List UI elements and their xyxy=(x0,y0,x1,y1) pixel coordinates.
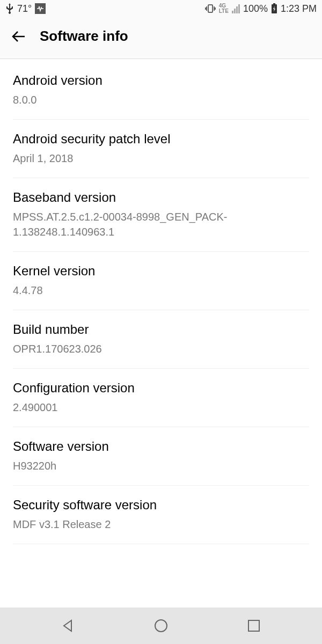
item-label: Baseband version xyxy=(13,190,309,205)
settings-list: Android version 8.0.0 Android security p… xyxy=(0,59,322,608)
item-label: Android version xyxy=(13,73,309,88)
svg-rect-9 xyxy=(248,620,259,631)
nav-back-button[interactable] xyxy=(57,615,79,636)
item-value: 8.0.0 xyxy=(13,92,309,107)
nav-recent-button[interactable] xyxy=(243,615,265,636)
battery-charging-icon xyxy=(271,3,277,14)
list-item-security-software[interactable]: Security software version MDF v3.1 Relea… xyxy=(13,486,309,544)
status-bar: 71° 4GLTE 100% xyxy=(0,0,322,17)
item-value: 2.490001 xyxy=(13,400,309,415)
list-item-android-version[interactable]: Android version 8.0.0 xyxy=(13,59,309,120)
list-item-configuration[interactable]: Configuration version 2.490001 xyxy=(13,369,309,427)
svg-rect-6 xyxy=(273,3,275,4)
temperature: 71° xyxy=(17,3,32,14)
list-item-software-version[interactable]: Software version H93220h xyxy=(13,427,309,486)
list-item-kernel[interactable]: Kernel version 4.4.78 xyxy=(13,252,309,310)
list-item-security-patch[interactable]: Android security patch level April 1, 20… xyxy=(13,120,309,178)
item-value: 4.4.78 xyxy=(13,283,309,298)
signal-icon xyxy=(232,4,240,13)
list-item-baseband[interactable]: Baseband version MPSS.AT.2.5.c1.2-00034-… xyxy=(13,178,309,252)
nav-home-button[interactable] xyxy=(150,615,172,636)
item-value: April 1, 2018 xyxy=(13,151,309,166)
item-label: Software version xyxy=(13,439,309,454)
app-header: Software info xyxy=(0,17,322,59)
activity-icon xyxy=(35,3,46,14)
usb-icon xyxy=(5,3,14,14)
item-value: MDF v3.1 Release 2 xyxy=(13,517,309,532)
page-title: Software info xyxy=(40,28,128,45)
item-label: Android security patch level xyxy=(13,131,309,147)
list-item-build-number[interactable]: Build number OPR1.170623.026 xyxy=(13,310,309,369)
item-value: H93220h xyxy=(13,458,309,473)
svg-rect-0 xyxy=(208,5,213,12)
network-type-icon: 4GLTE xyxy=(219,3,229,14)
battery-percent: 100% xyxy=(243,3,268,14)
back-button[interactable] xyxy=(11,28,27,45)
item-label: Build number xyxy=(13,322,309,337)
vibrate-icon xyxy=(205,4,216,13)
item-value: MPSS.AT.2.5.c1.2-00034-8998_GEN_PACK-1.1… xyxy=(13,209,309,239)
item-label: Kernel version xyxy=(13,264,309,279)
navigation-bar xyxy=(0,608,322,644)
item-value: OPR1.170623.026 xyxy=(13,341,309,356)
status-right: 4GLTE 100% 1:23 PM xyxy=(205,3,317,14)
item-label: Configuration version xyxy=(13,380,309,396)
status-left: 71° xyxy=(5,3,46,14)
item-label: Security software version xyxy=(13,497,309,513)
svg-point-8 xyxy=(155,620,167,632)
status-time: 1:23 PM xyxy=(281,3,317,14)
